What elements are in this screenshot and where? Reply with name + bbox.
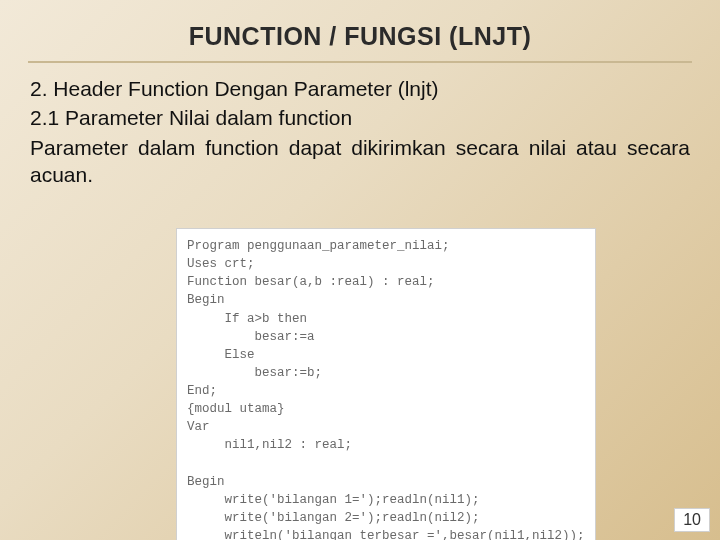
body-line-1: 2. Header Function Dengan Parameter (lnj… [30,75,690,102]
code-block: Program penggunaan_parameter_nilai; Uses… [176,228,596,540]
title-underline [28,61,692,63]
body-line-3: Parameter dalam function dapat dikirimka… [30,134,690,189]
body-line-2: 2.1 Parameter Nilai dalam function [30,104,690,131]
slide-title: FUNCTION / FUNGSI (LNJT) [0,0,720,61]
page-number: 10 [674,508,710,532]
body-text: 2. Header Function Dengan Parameter (lnj… [0,75,720,188]
code-text: Program penggunaan_parameter_nilai; Uses… [187,237,585,540]
slide: FUNCTION / FUNGSI (LNJT) 2. Header Funct… [0,0,720,540]
